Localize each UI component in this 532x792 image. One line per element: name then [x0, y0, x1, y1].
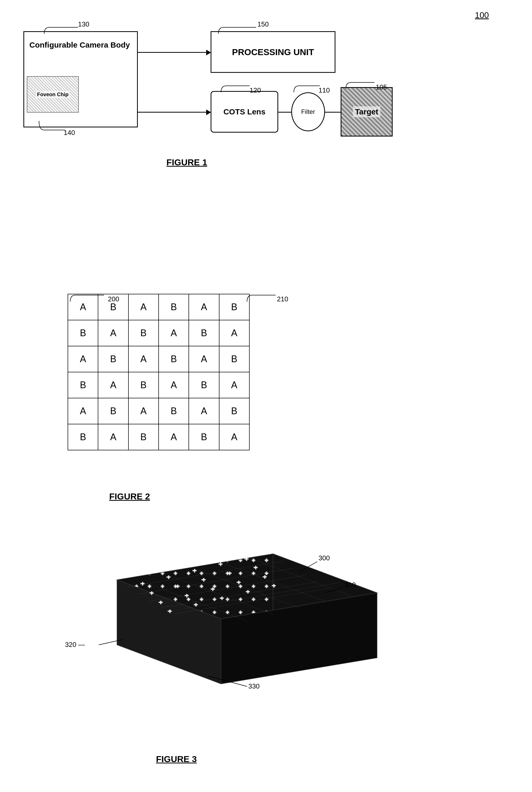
ref-105-bracket: [343, 81, 380, 90]
svg-rect-26: [168, 575, 169, 579]
grid-cell-1-2: B: [129, 320, 158, 346]
camera-body-label: Configurable Camera Body: [30, 40, 130, 50]
ref-150-bracket: [216, 26, 258, 35]
grid-cell-2-2: A: [129, 346, 158, 372]
grid-cell-1-0: B: [68, 320, 98, 346]
figure3-svg: 300 310 320 — 330: [26, 541, 442, 749]
grid-cell-5-4: B: [189, 424, 219, 450]
ref-210: 210: [277, 295, 288, 303]
grid-cell-0-3: B: [158, 294, 189, 320]
figure2-section: 200 210 ABABABBABABAABABABBABABAABABABBA…: [52, 294, 468, 450]
svg-rect-54: [169, 610, 171, 613]
filter-label: Filter: [301, 108, 315, 115]
svg-rect-42: [255, 566, 256, 569]
svg-rect-38: [203, 578, 204, 582]
svg-rect-36: [177, 584, 178, 588]
ref-150: 150: [258, 20, 269, 28]
grid-cell-2-0: A: [68, 346, 98, 372]
camera-body-box: Configurable Camera Body Foveon Chip: [23, 31, 138, 128]
svg-rect-40: [229, 572, 230, 575]
grid-cell-0-4: A: [189, 294, 219, 320]
svg-rect-30: [220, 562, 221, 566]
ab-grid-table: ABABABBABABAABABABBABABAABABABBABABA: [68, 294, 250, 450]
svg-rect-50: [238, 581, 240, 584]
svg-rect-52: [264, 575, 265, 579]
svg-rect-48: [212, 587, 213, 591]
grid-cell-3-4: B: [189, 372, 219, 398]
grid-cell-5-5: A: [219, 424, 249, 450]
grid-cell-4-2: A: [129, 398, 158, 424]
svg-rect-60: [247, 590, 249, 594]
grid-cell-3-0: B: [68, 372, 98, 398]
processing-unit-label: PROCESSING UNIT: [232, 47, 314, 57]
ref-130-bracket: [42, 26, 81, 35]
grid-cell-0-2: A: [129, 294, 158, 320]
target-box: Target: [341, 87, 393, 136]
foveon-chip: Foveon Chip: [27, 76, 79, 113]
target-label: Target: [353, 107, 380, 117]
svg-text:300: 300: [319, 554, 330, 562]
grid-cell-5-3: A: [158, 424, 189, 450]
arrow-cam-proc: [138, 52, 211, 53]
grid-cell-2-1: B: [98, 346, 128, 372]
ref-105: 105: [376, 83, 387, 91]
grid-cell-1-4: B: [189, 320, 219, 346]
grid-cell-2-4: A: [189, 346, 219, 372]
ref-100: 100: [475, 11, 489, 20]
grid-cell-3-1: A: [98, 372, 128, 398]
svg-rect-56: [195, 603, 196, 606]
svg-rect-34: [151, 591, 152, 595]
cots-lens-box: COTS Lens: [211, 91, 278, 133]
grid-cell-5-0: B: [68, 424, 98, 450]
svg-rect-28: [194, 569, 195, 573]
grid-cell-4-1: B: [98, 398, 128, 424]
line-filter-target: [325, 112, 342, 113]
grid-cell-3-5: A: [219, 372, 249, 398]
processing-unit-box: PROCESSING UNIT: [211, 31, 336, 73]
svg-rect-32: [246, 557, 247, 561]
ref-120: 120: [250, 86, 261, 94]
figure2-caption: FIGURE 2: [109, 491, 150, 502]
line-cam-cots: [138, 112, 211, 113]
ref-210-bracket: [244, 294, 281, 303]
grid-cell-1-3: A: [158, 320, 189, 346]
grid-cell-5-1: A: [98, 424, 128, 450]
svg-rect-44: [160, 601, 162, 604]
ref-140: 140: [64, 129, 75, 137]
cots-lens-label: COTS Lens: [223, 108, 265, 116]
grid-cell-4-4: A: [189, 398, 219, 424]
grid-cell-1-1: A: [98, 320, 128, 346]
svg-rect-46: [186, 594, 188, 598]
grid-cell-2-3: B: [158, 346, 189, 372]
ref-130: 130: [78, 20, 89, 28]
grid-cell-3-3: A: [158, 372, 189, 398]
ref-200: 200: [108, 295, 119, 303]
svg-text:320 —: 320 —: [65, 641, 85, 649]
grid-cell-4-3: B: [158, 398, 189, 424]
ref-140-bracket: [36, 120, 68, 133]
grid-cell-3-2: B: [129, 372, 158, 398]
svg-rect-58: [221, 597, 223, 600]
ref-120-bracket: [218, 84, 255, 94]
svg-rect-62: [273, 584, 274, 587]
filter-ellipse: Filter: [291, 92, 325, 131]
svg-text:330: 330: [248, 682, 260, 690]
ref-200-bracket: [68, 294, 109, 303]
svg-rect-24: [142, 582, 143, 585]
ref-110: 110: [319, 86, 330, 94]
line-cots-filter: [278, 112, 292, 113]
figure3-caption: FIGURE 3: [156, 754, 197, 764]
grid-cell-5-2: B: [129, 424, 158, 450]
grid-cell-4-0: A: [68, 398, 98, 424]
figure1-caption: FIGURE 1: [166, 157, 207, 168]
grid-cell-1-5: A: [219, 320, 249, 346]
grid-cell-4-5: B: [219, 398, 249, 424]
foveon-chip-label: Foveon Chip: [36, 91, 70, 98]
svg-text:310: 310: [344, 581, 356, 589]
grid-cell-2-5: B: [219, 346, 249, 372]
